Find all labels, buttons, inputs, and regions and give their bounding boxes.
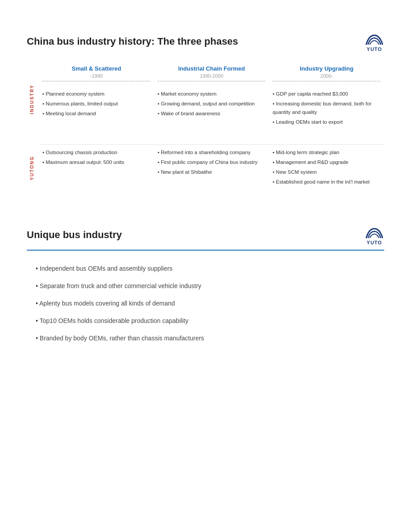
phase-headers: Small & Scattered -1990 Industrial Chain… bbox=[39, 65, 384, 86]
list-item: New plant at Shibalihe bbox=[158, 168, 266, 176]
phase2-title: Industrial Chain Formed bbox=[158, 65, 266, 72]
yutong-list-2: Reformed into a shareholding company Fir… bbox=[158, 148, 266, 176]
industry-cell-1: Planned economy system Numerous plants, … bbox=[39, 90, 154, 141]
yutong-logo: YUTO bbox=[365, 34, 384, 52]
yutong-logo-2: YUTO bbox=[365, 227, 384, 245]
yutong-cell-3: Mid-long term strategic plan Management … bbox=[269, 148, 384, 199]
industry-list-1: Planned economy system Numerous plants, … bbox=[42, 90, 151, 118]
list-item: Mid-long term strategic plan bbox=[273, 148, 381, 157]
logo-arc-icon bbox=[365, 34, 384, 46]
yutong-cell-1: Outsourcing chassis production Maximum a… bbox=[39, 148, 154, 199]
list-item: Meeting local demand bbox=[42, 109, 151, 118]
list-item: Wake of brand awareness bbox=[158, 109, 266, 118]
list-item: Leading OEMs start to export bbox=[273, 118, 381, 126]
unique-item-2: Separate from truck and other commercial… bbox=[36, 281, 384, 291]
industry-label: INDUSTRY bbox=[27, 65, 37, 134]
section2-title: Unique bus industry bbox=[27, 229, 122, 241]
industry-cell-3: GDP per capita reached $3,000 Increasing… bbox=[269, 90, 384, 141]
list-item: Increasing domestic bus demand, both for… bbox=[273, 100, 381, 117]
list-item: Maximum annual output: 500 units bbox=[42, 158, 151, 167]
phase1-period: -1990 bbox=[42, 73, 151, 79]
section2: Unique bus industry YUTO Independent bus… bbox=[27, 229, 384, 343]
phase2-period: 1990-2000 bbox=[158, 73, 266, 79]
yutong-cell-2: Reformed into a shareholding company Fir… bbox=[154, 148, 269, 199]
list-item: Established good name in the int'l marke… bbox=[273, 178, 381, 186]
phases-content: Small & Scattered -1990 Industrial Chain… bbox=[39, 65, 384, 202]
list-item: Outsourcing chassis production bbox=[42, 148, 151, 157]
list-item: Market economy system bbox=[158, 90, 266, 98]
phase3-title: Industry Upgrading bbox=[273, 65, 381, 72]
logo-text-2: YUTO bbox=[367, 240, 382, 245]
list-item: Numerous plants, limited output bbox=[42, 100, 151, 108]
yutong-row: Outsourcing chassis production Maximum a… bbox=[39, 144, 384, 202]
yutong-row-label: YUTONG bbox=[27, 134, 37, 203]
phase2-divider bbox=[158, 81, 266, 82]
list-item: Reformed into a shareholding company bbox=[158, 148, 266, 157]
logo-arc-icon-2 bbox=[365, 227, 384, 239]
data-rows: Planned economy system Numerous plants, … bbox=[39, 86, 384, 202]
industry-list-3: GDP per capita reached $3,000 Increasing… bbox=[273, 90, 381, 126]
unique-item-5: Branded by body OEMs, rather than chassi… bbox=[36, 334, 384, 343]
phase1-title: Small & Scattered bbox=[42, 65, 151, 72]
yutong-list-1: Outsourcing chassis production Maximum a… bbox=[42, 148, 151, 167]
list-item: New SCM system bbox=[273, 168, 381, 176]
industry-row: Planned economy system Numerous plants, … bbox=[39, 86, 384, 144]
page: China bus industry history: The three ph… bbox=[0, 0, 411, 532]
unique-item-3: Aplenty bus models covering all kinds of… bbox=[36, 299, 384, 308]
phase-header-2: Industrial Chain Formed 1990-2000 bbox=[154, 65, 269, 86]
yutong-rotated-text: YUTONG bbox=[29, 156, 34, 180]
phase3-divider bbox=[273, 81, 381, 82]
section1-header: China bus industry history: The three ph… bbox=[27, 36, 384, 52]
logo-text: YUTO bbox=[367, 46, 382, 52]
list-item: Planned economy system bbox=[42, 90, 151, 98]
unique-list: Independent bus OEMs and assembly suppli… bbox=[27, 264, 384, 343]
phase1-divider bbox=[42, 81, 151, 82]
unique-item-1: Independent bus OEMs and assembly suppli… bbox=[36, 264, 384, 273]
list-item: First public company of China bus indust… bbox=[158, 158, 266, 167]
phases-table: INDUSTRY YUTONG Small & Scattered -1990 … bbox=[27, 65, 384, 202]
section1-title: China bus industry history: The three ph… bbox=[27, 36, 238, 47]
list-item: Growing demand, output and competition bbox=[158, 100, 266, 108]
industry-rotated-text: INDUSTRY bbox=[29, 84, 34, 114]
section1: China bus industry history: The three ph… bbox=[27, 36, 384, 202]
unique-item-4: Top10 OEMs holds considerable production… bbox=[36, 316, 384, 326]
phase3-period: 2000- bbox=[273, 73, 381, 79]
label-column: INDUSTRY YUTONG bbox=[27, 65, 37, 202]
list-item: GDP per capita reached $3,000 bbox=[273, 90, 381, 98]
phase-header-1: Small & Scattered -1990 bbox=[39, 65, 154, 86]
list-item: Management and R&D upgrade bbox=[273, 158, 381, 167]
phase-header-3: Industry Upgrading 2000- bbox=[269, 65, 384, 86]
yutong-list-3: Mid-long term strategic plan Management … bbox=[273, 148, 381, 186]
section2-header: Unique bus industry YUTO bbox=[27, 229, 384, 251]
industry-cell-2: Market economy system Growing demand, ou… bbox=[154, 90, 269, 141]
industry-list-2: Market economy system Growing demand, ou… bbox=[158, 90, 266, 118]
